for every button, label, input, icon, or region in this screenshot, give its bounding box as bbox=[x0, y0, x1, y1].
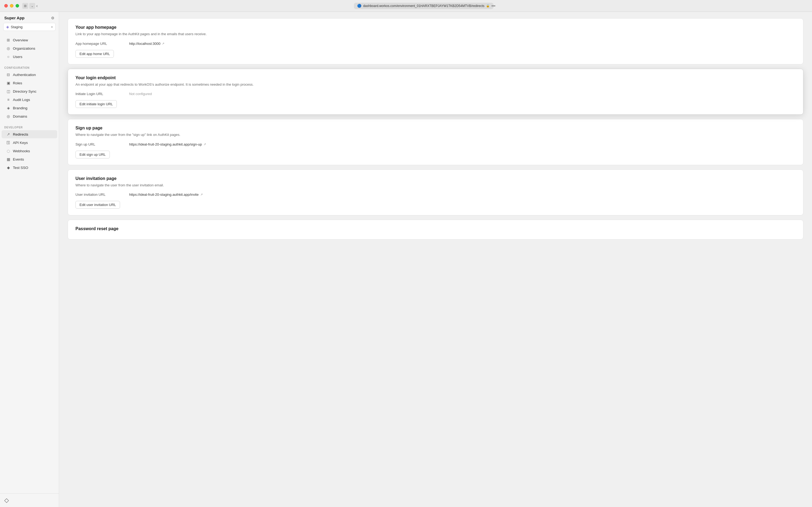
sidebar-item-label: Overview bbox=[13, 38, 28, 42]
environment-selector[interactable]: ◈ Staging ▾ bbox=[3, 23, 56, 31]
minimize-dot[interactable] bbox=[10, 4, 13, 7]
back-button[interactable]: ‹ bbox=[36, 3, 38, 8]
signup-page-subtitle: Where to navigate the user from the "sig… bbox=[75, 132, 796, 137]
user-invitation-field: User invitation URL https://ideal-fruit-… bbox=[75, 192, 796, 196]
directory-sync-icon: ◫ bbox=[6, 89, 11, 94]
app-homepage-url-value: http://localhost:3000 ↗ bbox=[129, 42, 164, 46]
sidebar-item-webhooks[interactable]: ◌ Webhooks bbox=[2, 147, 57, 155]
sidebar-item-label: Organizations bbox=[13, 47, 35, 51]
config-section-label: CONFIGURATION bbox=[0, 64, 59, 70]
app-homepage-subtitle: Link to your app homepage in the AuthKit… bbox=[75, 32, 796, 37]
sidebar-item-audit-logs[interactable]: ≡ Audit Logs bbox=[2, 96, 57, 104]
chevron-down-icon: ▾ bbox=[51, 25, 53, 29]
sidebar-item-label: API Keys bbox=[13, 141, 28, 145]
staging-icon: ◈ bbox=[6, 25, 9, 29]
user-invitation-url-link[interactable]: https://ideal-fruit-20-staging.authkit.a… bbox=[129, 192, 199, 196]
sidebar-item-branding[interactable]: ◈ Branding bbox=[2, 104, 57, 112]
sidebar-item-label: Roles bbox=[13, 81, 22, 85]
password-reset-title: Password reset page bbox=[75, 226, 796, 231]
sidebar-developer-section: DEVELOPER ↗ Redirects ⚿ API Keys ◌ Webho… bbox=[0, 122, 59, 173]
external-link-icon: ↗ bbox=[162, 42, 164, 45]
sidebar-item-roles[interactable]: ▣ Roles bbox=[2, 79, 57, 87]
login-endpoint-field: Initiate Login URL Not configured bbox=[75, 92, 796, 96]
sidebar-item-directory-sync[interactable]: ◫ Directory Sync bbox=[2, 87, 57, 95]
developer-section-label: DEVELOPER bbox=[0, 124, 59, 130]
sidebar-item-label: Audit Logs bbox=[13, 98, 30, 102]
sidebar-item-overview[interactable]: ⊞ Overview bbox=[2, 36, 57, 44]
sidebar-nav-top: ⊞ Overview ◎ Organizations ○ Users bbox=[0, 34, 59, 63]
sidebar-item-label: Branding bbox=[13, 106, 27, 110]
chevron-down-button[interactable]: ⌄ bbox=[29, 3, 35, 9]
roles-icon: ▣ bbox=[6, 81, 11, 85]
edit-initiate-login-url-button[interactable]: Edit initiate login URL bbox=[75, 100, 117, 108]
environment-label: Staging bbox=[11, 25, 50, 29]
sidebar-toggle-button[interactable]: ⊞ bbox=[22, 3, 28, 9]
sidebar-item-authentication[interactable]: ⊟ Authentication bbox=[2, 71, 57, 79]
overview-icon: ⊞ bbox=[6, 38, 11, 42]
sidebar-item-label: Directory Sync bbox=[13, 90, 37, 94]
url-bar[interactable]: 🔵 dashboard.workos.com/environment_01HAR… bbox=[354, 3, 494, 9]
signup-url-link[interactable]: https://ideal-fruit-20-staging.authkit.a… bbox=[129, 142, 202, 146]
maximize-dot[interactable] bbox=[15, 4, 19, 7]
sidebar-item-test-sso[interactable]: ◆ Test SSO bbox=[2, 164, 57, 172]
sidebar-item-redirects[interactable]: ↗ Redirects bbox=[2, 130, 57, 138]
workos-logo-icon: ◇ bbox=[4, 497, 9, 504]
signup-url-value: https://ideal-fruit-20-staging.authkit.a… bbox=[129, 142, 206, 146]
titlebar: ⊞ ⌄ ‹ 🔵 dashboard.workos.com/environment… bbox=[0, 0, 812, 12]
sidebar: Super App ⚙ ◈ Staging ▾ ⊞ Overview ◎ Org… bbox=[0, 12, 59, 507]
sidebar-item-events[interactable]: ▦ Events bbox=[2, 155, 57, 163]
sidebar-item-label: Users bbox=[13, 55, 22, 59]
sidebar-item-label: Domains bbox=[13, 114, 27, 118]
initiate-login-url-label: Initiate Login URL bbox=[75, 92, 129, 96]
users-icon: ○ bbox=[6, 55, 11, 59]
app-homepage-title: Your app homepage bbox=[75, 25, 796, 30]
sidebar-item-users[interactable]: ○ Users bbox=[2, 53, 57, 61]
sidebar-bottom: ◇ bbox=[0, 493, 59, 507]
edit-app-home-url-button[interactable]: Edit app home URL bbox=[75, 50, 114, 58]
app-name: Super App bbox=[4, 15, 24, 20]
password-reset-card: Password reset page bbox=[68, 220, 803, 239]
test-sso-icon: ◆ bbox=[6, 165, 11, 170]
signup-page-field: Sign up URL https://ideal-fruit-20-stagi… bbox=[75, 142, 796, 146]
main-content: Your app homepage Link to your app homep… bbox=[59, 12, 812, 507]
sidebar-item-label: Webhooks bbox=[13, 149, 30, 153]
sidebar-header: Super App ⚙ bbox=[0, 12, 59, 23]
events-icon: ▦ bbox=[6, 157, 11, 161]
edit-sign-up-url-button[interactable]: Edit sign up URL bbox=[75, 151, 110, 158]
user-invitation-title: User invitation page bbox=[75, 176, 796, 181]
signup-url-label: Sign up URL bbox=[75, 142, 129, 146]
login-endpoint-card: Your login endpoint An endpoint at your … bbox=[68, 69, 803, 115]
sidebar-item-api-keys[interactable]: ⚿ API Keys bbox=[2, 138, 57, 147]
favicon-icon: 🔵 bbox=[357, 4, 361, 8]
login-endpoint-subtitle: An endpoint at your app that redirects t… bbox=[75, 82, 796, 87]
signup-page-card: Sign up page Where to navigate the user … bbox=[68, 119, 803, 165]
user-invitation-subtitle: Where to navigate the user from the user… bbox=[75, 183, 796, 188]
sidebar-item-label: Authentication bbox=[13, 73, 36, 77]
url-text: dashboard.workos.com/environment_01HARXT… bbox=[363, 4, 484, 8]
webhooks-icon: ◌ bbox=[6, 149, 11, 153]
external-link-icon: ↗ bbox=[200, 193, 203, 196]
audit-logs-icon: ≡ bbox=[6, 98, 11, 102]
sidebar-item-organizations[interactable]: ◎ Organizations bbox=[2, 44, 57, 52]
url-menu-icon[interactable]: ••• bbox=[491, 4, 496, 8]
edit-user-invitation-url-button[interactable]: Edit user invitation URL bbox=[75, 201, 120, 209]
redirects-icon: ↗ bbox=[6, 132, 11, 136]
sidebar-config-section: CONFIGURATION ⊟ Authentication ▣ Roles ◫… bbox=[0, 63, 59, 122]
app-homepage-url-label: App homepage URL bbox=[75, 42, 129, 46]
app-homepage-url-link[interactable]: http://localhost:3000 bbox=[129, 42, 160, 46]
branding-icon: ◈ bbox=[6, 106, 11, 110]
window-controls bbox=[4, 4, 19, 7]
sidebar-item-label: Events bbox=[13, 157, 24, 161]
lock-icon: 🔒 bbox=[486, 4, 490, 7]
settings-gear-button[interactable]: ⚙ bbox=[51, 16, 55, 20]
signup-page-title: Sign up page bbox=[75, 126, 796, 130]
user-invitation-url-label: User invitation URL bbox=[75, 192, 129, 196]
app-homepage-card: Your app homepage Link to your app homep… bbox=[68, 18, 803, 64]
api-keys-icon: ⚿ bbox=[6, 140, 11, 145]
sidebar-item-domains[interactable]: ◎ Domains bbox=[2, 112, 57, 120]
organizations-icon: ◎ bbox=[6, 46, 11, 51]
user-invitation-url-value: https://ideal-fruit-20-staging.authkit.a… bbox=[129, 192, 203, 196]
app-homepage-field: App homepage URL http://localhost:3000 ↗ bbox=[75, 42, 796, 46]
close-dot[interactable] bbox=[4, 4, 8, 7]
login-endpoint-title: Your login endpoint bbox=[75, 75, 796, 80]
